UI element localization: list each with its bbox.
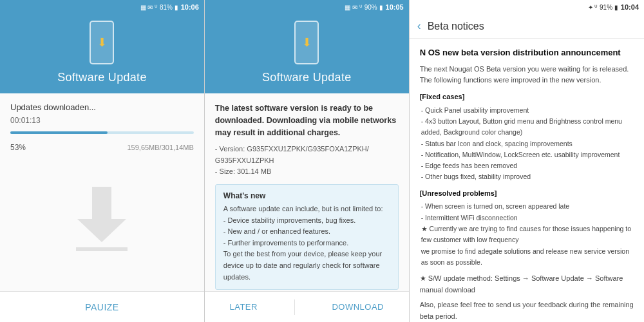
update-meta: - Version: G935FXXU1ZPKK/G935FOXA1ZPKH/ … (215, 144, 399, 178)
panel3-title: Beta notices (428, 21, 484, 32)
statusbar-1-time: 10:06 (181, 3, 199, 11)
statusbar-1-icons: ▦ ✉ ᵁ 81% ▮ (140, 4, 178, 11)
panel2-title: Software Update (262, 71, 352, 84)
download-arrow-icon-2: ⬇ (302, 35, 312, 50)
panel1-footer: PAUIZE (0, 291, 204, 322)
statusbar-2-icons: ▦ ✉ ᵁ 90% ▮ (345, 4, 383, 11)
progress-bar-container (10, 131, 194, 134)
beta-intro: The next Nougat OS Beta version you were… (420, 64, 634, 86)
closing-text: Also, please feel free to send us your f… (420, 299, 634, 322)
download-arrow-icon-1: ⬇ (97, 35, 107, 50)
version-line1: - Version: G935FXXU1ZPKK/G935FOXA1ZPKH/ (215, 145, 369, 153)
panel2-header: ⬇ Software Update (205, 14, 409, 93)
later-button[interactable]: LATER (216, 297, 270, 317)
panel1-body: Updates downloaden... 00:01:13 53% 159,6… (0, 93, 204, 291)
panel2-body: The latest software version is ready to … (205, 93, 409, 291)
progress-size: 159,65MB/301,14MB (127, 144, 193, 151)
statusbar-2: ▦ ✉ ᵁ 90% ▮ 10:05 (205, 0, 409, 14)
pause-button[interactable]: PAUIZE (70, 297, 135, 317)
update-intro-text: The latest software version is ready to … (215, 102, 399, 138)
progress-percent: 53% (10, 143, 26, 152)
arrow-base (76, 247, 128, 251)
whats-new-text: A software update can include, but is no… (223, 204, 390, 283)
unresolved-list: - When screen is turned on, screen appea… (420, 201, 634, 268)
statusbar-3-icons: ✦ ᵁ 91% ▮ (588, 4, 618, 11)
big-download-arrow-icon (76, 187, 128, 251)
phone-icon-2: ⬇ (294, 21, 319, 64)
panel-downloading: ▦ ✉ ᵁ 81% ▮ 10:06 ⬇ Software Update Upda… (0, 0, 205, 322)
panel1-header: ⬇ Software Update (0, 14, 204, 93)
whats-new-title: What's new (223, 191, 390, 200)
whats-new-box: What's new A software update can include… (215, 184, 399, 290)
time-elapsed: 00:01:13 (10, 116, 194, 125)
back-icon[interactable]: ‹ (417, 19, 421, 33)
big-arrow-area (10, 156, 194, 282)
size-line: - Size: 301.14 MB (215, 167, 271, 175)
progress-bar-fill (10, 131, 108, 134)
panel3-header: ‹ Beta notices (410, 14, 644, 39)
arrow-head (77, 219, 126, 242)
download-status-label: Updates downloaden... (10, 102, 194, 112)
unresolved-title: [Unresolved problems] (420, 188, 634, 200)
beta-main-title: N OS new beta version distribution annou… (420, 46, 634, 60)
panel-beta-notices: ✦ ᵁ 91% ▮ 10:04 ‹ Beta notices N OS new … (410, 0, 644, 322)
statusbar-1: ▦ ✉ ᵁ 81% ▮ 10:06 (0, 0, 204, 14)
progress-info-row: 53% 159,65MB/301,14MB (10, 143, 194, 152)
phone-icon-1: ⬇ (90, 21, 114, 64)
statusbar-3: ✦ ᵁ 91% ▮ 10:04 (410, 0, 644, 14)
download-button[interactable]: DOWNLOAD (319, 297, 397, 317)
panel2-footer: LATER DOWNLOAD (205, 291, 409, 322)
arrow-body (92, 187, 111, 219)
version-line2: G935FXXU1ZPKH (215, 156, 274, 164)
footer-separator (294, 299, 295, 315)
statusbar-2-time: 10:05 (386, 3, 404, 11)
panel3-body: N OS new beta version distribution annou… (410, 39, 644, 322)
panel1-title: Software Update (57, 71, 147, 84)
fixed-cases-list: - Quick Panel usability improvement - 4x… (420, 105, 634, 183)
panel-ready: ▦ ✉ ᵁ 90% ▮ 10:05 ⬇ Software Update The … (205, 0, 410, 322)
statusbar-3-time: 10:04 (621, 3, 639, 11)
sw-update-note: ★ S/W update method: Settings → Software… (420, 273, 634, 296)
fixed-cases-title: [Fixed cases] (420, 91, 634, 103)
